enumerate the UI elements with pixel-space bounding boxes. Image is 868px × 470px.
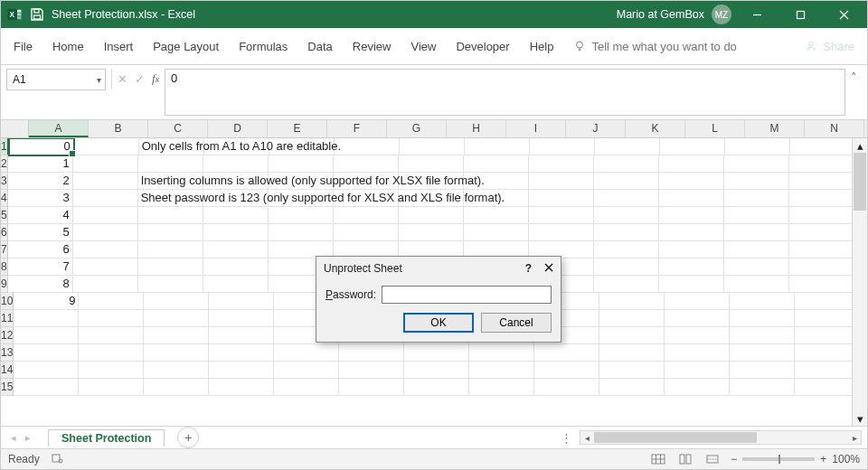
cell[interactable] (73, 241, 138, 258)
fx-icon[interactable]: fx (152, 71, 159, 86)
cell[interactable]: Only cells from A1 to A10 are editable. (139, 138, 204, 155)
cell[interactable] (594, 276, 659, 293)
cell[interactable] (138, 258, 203, 276)
cell[interactable] (724, 173, 789, 190)
cell[interactable] (795, 327, 860, 344)
row-header[interactable]: 7 (1, 241, 8, 258)
cell[interactable] (399, 224, 464, 241)
cell[interactable] (339, 362, 404, 379)
cell[interactable] (334, 207, 399, 224)
cell[interactable] (269, 224, 334, 241)
cell[interactable] (274, 379, 339, 396)
row-header[interactable]: 11 (1, 310, 14, 327)
cell[interactable]: 4 (8, 207, 73, 224)
cell[interactable] (404, 362, 469, 379)
column-header-G[interactable]: G (387, 120, 447, 137)
cell[interactable] (209, 362, 274, 379)
cell[interactable]: 6 (8, 241, 73, 258)
cell[interactable] (594, 224, 659, 241)
minimize-button[interactable] (739, 1, 775, 28)
cell[interactable] (665, 293, 730, 310)
cell[interactable] (659, 224, 724, 241)
tell-me-search[interactable]: Tell me what you want to do (573, 40, 736, 53)
cell[interactable] (795, 293, 860, 310)
cell[interactable] (464, 224, 529, 241)
cell[interactable] (529, 155, 594, 173)
add-sheet-button[interactable]: + (177, 427, 199, 448)
cell[interactable] (209, 379, 274, 396)
cell[interactable] (724, 276, 789, 293)
cell[interactable] (659, 207, 724, 224)
tab-insert[interactable]: Insert (104, 36, 134, 57)
select-all-corner[interactable] (1, 120, 29, 137)
close-button[interactable] (826, 1, 862, 28)
cell[interactable] (599, 362, 665, 379)
cell[interactable] (789, 224, 854, 241)
cell[interactable] (144, 327, 209, 344)
row-header[interactable]: 6 (1, 224, 8, 241)
cell[interactable] (724, 224, 789, 241)
cell[interactable] (400, 138, 465, 155)
cell[interactable] (529, 173, 594, 190)
close-icon[interactable] (544, 262, 553, 275)
tab-view[interactable]: View (410, 36, 436, 57)
sheet-tab-active[interactable]: Sheet Protection (48, 429, 165, 446)
cell[interactable] (730, 379, 795, 396)
row-header[interactable]: 3 (1, 173, 8, 190)
column-header-A[interactable]: A (29, 120, 89, 137)
cell[interactable] (659, 276, 724, 293)
cell[interactable] (724, 207, 789, 224)
cell[interactable] (144, 379, 209, 396)
cell[interactable] (404, 344, 469, 362)
cell[interactable] (79, 362, 144, 379)
cell[interactable] (203, 241, 269, 258)
tab-file[interactable]: File (14, 36, 33, 57)
vertical-scrollbar[interactable]: ▴ ▾ (852, 138, 867, 426)
cell[interactable] (529, 224, 594, 241)
cell[interactable] (138, 276, 203, 293)
cell[interactable]: 0 (9, 138, 74, 155)
cell[interactable] (599, 344, 665, 362)
scroll-right-icon[interactable]: ▸ (848, 433, 861, 443)
cell[interactable] (594, 173, 659, 190)
cell[interactable] (144, 344, 209, 362)
cell[interactable] (665, 362, 730, 379)
cell[interactable] (795, 362, 860, 379)
tab-formulas[interactable]: Formulas (239, 36, 288, 57)
row-header[interactable]: 2 (1, 155, 8, 173)
tab-review[interactable]: Review (353, 36, 392, 57)
column-header-N[interactable]: N (805, 120, 864, 137)
cell[interactable] (659, 190, 724, 207)
cell[interactable] (138, 155, 203, 173)
cell[interactable] (665, 310, 730, 327)
cell[interactable] (464, 207, 529, 224)
cell[interactable] (335, 138, 400, 155)
cell[interactable] (73, 190, 138, 207)
zoom-slider[interactable] (742, 457, 815, 461)
cell[interactable] (334, 224, 399, 241)
row-header[interactable]: 12 (1, 327, 14, 344)
scroll-up-icon[interactable]: ▴ (857, 138, 863, 153)
cell[interactable] (79, 327, 144, 344)
cell[interactable] (73, 224, 138, 241)
column-header-E[interactable]: E (268, 120, 327, 137)
cell[interactable]: Inserting columns is allowed (only suppo… (138, 173, 203, 190)
cell[interactable] (339, 379, 404, 396)
cell[interactable] (469, 362, 534, 379)
cell[interactable] (724, 258, 789, 276)
cell[interactable] (599, 310, 665, 327)
splitter-icon[interactable]: ⋮ (561, 431, 572, 445)
cell[interactable]: 1 (8, 155, 73, 173)
maximize-button[interactable] (782, 1, 818, 28)
cell[interactable] (795, 310, 860, 327)
cell[interactable] (790, 138, 855, 155)
column-header-D[interactable]: D (208, 120, 268, 137)
cell[interactable] (469, 379, 534, 396)
help-icon[interactable]: ? (525, 262, 532, 275)
ok-button[interactable]: OK (403, 313, 474, 333)
cell[interactable] (789, 190, 854, 207)
row-header[interactable]: 5 (1, 207, 8, 224)
row-header[interactable]: 9 (1, 276, 8, 293)
cell[interactable] (144, 293, 209, 310)
cell[interactable] (79, 293, 144, 310)
